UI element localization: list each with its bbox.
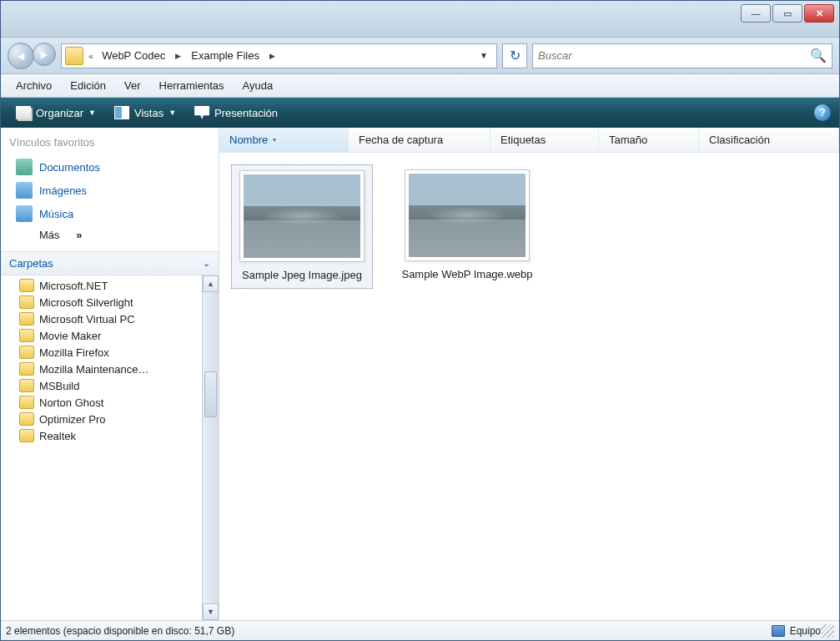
favorite-label: Música bbox=[39, 208, 73, 220]
presentation-label: Presentación bbox=[214, 107, 278, 119]
favorite-documentos[interactable]: Documentos bbox=[1, 155, 219, 179]
forward-button[interactable]: ► bbox=[33, 43, 56, 66]
nav-buttons: ◄ ► bbox=[8, 43, 56, 69]
favorite-musica[interactable]: Música bbox=[1, 202, 219, 225]
file-name: Sample WebP Image.webp bbox=[401, 268, 533, 282]
address-bar[interactable]: « WebP Codec ▶ Example Files ▶ ▼ bbox=[61, 43, 497, 68]
favorite-label: Imágenes bbox=[39, 184, 87, 197]
close-button[interactable]: ✕ bbox=[804, 4, 834, 23]
folder-icon bbox=[19, 295, 34, 309]
presentation-button[interactable]: Presentación bbox=[188, 103, 284, 123]
chevron-right-icon[interactable]: ▶ bbox=[266, 52, 279, 60]
column-label: Etiquetas bbox=[500, 134, 546, 146]
search-box[interactable]: 🔍 bbox=[532, 43, 832, 68]
scroll-up-button[interactable]: ▲ bbox=[203, 275, 219, 292]
menu-edicion[interactable]: Edición bbox=[62, 77, 114, 94]
chevron-right-icon[interactable]: ▶ bbox=[172, 52, 184, 60]
sidebar: Vínculos favoritos Documentos Imágenes M… bbox=[1, 128, 219, 620]
pictures-icon bbox=[16, 182, 33, 199]
status-bar: 2 elementos (espacio disponible en disco… bbox=[1, 620, 839, 640]
file-item[interactable]: Sample Jpeg Image.jpeg bbox=[231, 164, 373, 289]
folder-icon bbox=[19, 329, 34, 342]
status-left: 2 elementos (espacio disponible en disco… bbox=[6, 625, 234, 637]
column-label: Clasificación bbox=[709, 134, 770, 146]
search-icon[interactable]: 🔍 bbox=[810, 48, 827, 63]
folder-item[interactable]: MSBuild bbox=[1, 377, 202, 394]
favorites-more[interactable]: Más » bbox=[1, 225, 219, 245]
breadcrumb-item-1[interactable]: Example Files bbox=[188, 48, 263, 63]
folder-icon bbox=[19, 346, 34, 359]
sidebar-scrollbar[interactable]: ▲ ▼ bbox=[202, 275, 219, 620]
menu-ver[interactable]: Ver bbox=[116, 77, 149, 94]
chevron-right-icon: » bbox=[76, 229, 82, 241]
scroll-thumb[interactable] bbox=[204, 371, 217, 417]
folder-item[interactable]: Movie Maker bbox=[1, 327, 202, 344]
folder-item[interactable]: Microsoft Silverlight bbox=[1, 294, 202, 310]
breadcrumb-item-0[interactable]: WebP Codec bbox=[98, 48, 169, 63]
folder-label: Movie Maker bbox=[39, 330, 101, 342]
folder-item[interactable]: Microsoft.NET bbox=[1, 277, 202, 294]
views-label: Vistas bbox=[134, 107, 163, 119]
status-text: 2 elementos (espacio disponible en disco… bbox=[6, 625, 234, 637]
folder-icon bbox=[19, 312, 34, 326]
minimize-button[interactable]: — bbox=[741, 4, 771, 23]
folder-item[interactable]: Optimizer Pro bbox=[1, 411, 202, 427]
folder-item[interactable]: Microsoft Virtual PC bbox=[1, 310, 202, 327]
folder-icon bbox=[19, 396, 34, 409]
folder-item[interactable]: Mozilla Maintenance… bbox=[1, 361, 202, 377]
address-dropdown-icon[interactable]: ▼ bbox=[475, 51, 493, 60]
navbar: ◄ ► « WebP Codec ▶ Example Files ▶ ▼ ↻ 🔍 bbox=[1, 38, 839, 74]
folders-header[interactable]: Carpetas ⌄ bbox=[1, 251, 219, 275]
file-name: Sample Jpeg Image.jpeg bbox=[237, 269, 367, 283]
maximize-button[interactable]: ▭ bbox=[772, 4, 802, 23]
content-area: Nombre ▾ Fecha de captura Etiquetas Tama… bbox=[219, 128, 839, 620]
folder-label: Mozilla Maintenance… bbox=[39, 363, 149, 376]
file-thumbnail bbox=[405, 169, 530, 261]
column-nombre[interactable]: Nombre ▾ bbox=[219, 128, 349, 152]
column-label: Nombre bbox=[229, 134, 268, 146]
folder-label: Microsoft.NET bbox=[39, 280, 108, 292]
column-label: Fecha de captura bbox=[359, 134, 443, 146]
column-clasificacion[interactable]: Clasificación bbox=[699, 128, 839, 152]
chevron-down-icon: ▼ bbox=[88, 109, 96, 117]
back-button[interactable]: ◄ bbox=[8, 43, 34, 69]
command-bar: Organizar ▼ Vistas ▼ Presentación ? bbox=[1, 98, 839, 128]
folders-header-label: Carpetas bbox=[9, 257, 53, 270]
folder-item[interactable]: Realtek bbox=[1, 427, 202, 444]
column-label: Tamaño bbox=[609, 134, 647, 146]
menu-ayuda[interactable]: Ayuda bbox=[234, 77, 282, 94]
folder-label: Realtek bbox=[39, 430, 76, 442]
file-item[interactable]: Sample WebP Image.webp bbox=[396, 164, 538, 287]
menubar: Archivo Edición Ver Herramientas Ayuda bbox=[1, 74, 839, 98]
chevron-down-icon: ⌄ bbox=[203, 258, 210, 269]
favorites-header: Vínculos favoritos bbox=[1, 128, 219, 154]
organize-button[interactable]: Organizar ▼ bbox=[9, 103, 103, 123]
chevron-down-icon: ▾ bbox=[273, 136, 276, 144]
menu-herramientas[interactable]: Herramientas bbox=[151, 77, 233, 94]
column-tamano[interactable]: Tamaño bbox=[599, 128, 699, 152]
scroll-down-button[interactable]: ▼ bbox=[203, 603, 219, 620]
views-button[interactable]: Vistas ▼ bbox=[108, 103, 183, 123]
folder-item[interactable]: Mozilla Firefox bbox=[1, 344, 202, 361]
files-area[interactable]: Sample Jpeg Image.jpeg Sample WebP Image… bbox=[219, 153, 839, 620]
refresh-button[interactable]: ↻ bbox=[502, 43, 527, 68]
folder-icon bbox=[19, 429, 34, 442]
resize-grip[interactable] bbox=[821, 624, 834, 638]
help-button[interactable]: ? bbox=[814, 104, 831, 121]
folder-label: Microsoft Silverlight bbox=[39, 296, 133, 309]
folder-icon bbox=[65, 47, 83, 65]
column-etiquetas[interactable]: Etiquetas bbox=[490, 128, 599, 152]
scroll-track[interactable] bbox=[203, 292, 219, 603]
favorite-imagenes[interactable]: Imágenes bbox=[1, 179, 219, 202]
favorites-list: Documentos Imágenes Música Más » bbox=[1, 154, 219, 251]
folder-item[interactable]: Norton Ghost bbox=[1, 394, 202, 411]
chevron-down-icon: ▼ bbox=[169, 109, 176, 117]
music-icon bbox=[16, 205, 33, 222]
presentation-icon bbox=[194, 106, 209, 119]
search-input[interactable] bbox=[538, 49, 810, 62]
column-fecha[interactable]: Fecha de captura bbox=[349, 128, 490, 152]
folder-icon bbox=[19, 412, 34, 426]
organize-label: Organizar bbox=[36, 107, 83, 119]
menu-archivo[interactable]: Archivo bbox=[8, 77, 60, 94]
documents-icon bbox=[16, 159, 33, 175]
